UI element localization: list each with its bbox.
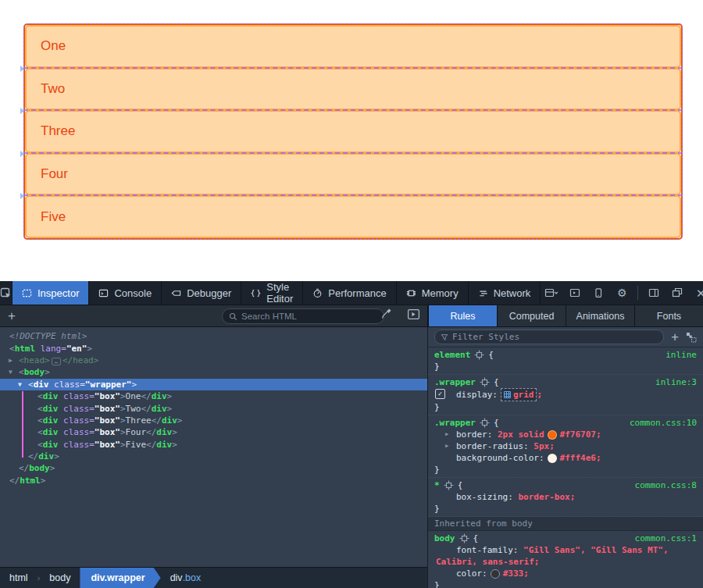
breadcrumb-div-box[interactable]: div.box xyxy=(161,568,211,588)
rule-universal[interactable]: *{common.css:8 box-sizing: border-box; } xyxy=(428,478,703,517)
performance-icon xyxy=(312,288,323,298)
filter-styles-input[interactable]: Filter Styles xyxy=(434,330,664,344)
rule-source-link[interactable]: inline:3 xyxy=(655,376,697,388)
eyedropper-button[interactable] xyxy=(380,308,393,323)
markup-line[interactable]: <div class="box">One</div> xyxy=(0,390,427,402)
markup-line[interactable]: <div class="box">Five</div> xyxy=(0,439,427,451)
markup-line[interactable]: <html lang="en"> xyxy=(0,342,427,354)
markup-token: > xyxy=(167,391,173,401)
add-rule-icon[interactable]: + xyxy=(671,331,679,344)
grid-toggle-icon[interactable] xyxy=(504,391,511,398)
print-simulation-button[interactable] xyxy=(407,308,420,324)
grid-line-marker xyxy=(20,66,24,72)
twisty-icon[interactable]: ▶ xyxy=(9,357,12,364)
markup-line[interactable]: <div class="box">Four</div> xyxy=(0,426,427,438)
rule-source-link[interactable]: common.css:10 xyxy=(630,417,697,429)
tab-rules[interactable]: Rules xyxy=(428,305,497,326)
declaration-border-radius[interactable]: ▶ border-radius: 5px; xyxy=(428,440,703,452)
markup-token: "box" xyxy=(95,404,120,414)
responsive-mode-button[interactable] xyxy=(587,281,609,305)
pick-element-button[interactable] xyxy=(0,281,12,305)
declaration-checkbox[interactable]: ✓ xyxy=(435,389,445,399)
markup-line[interactable]: </html> xyxy=(0,475,427,486)
rule-element[interactable]: element{inline } xyxy=(428,347,703,375)
declaration-display[interactable]: ✓ display: grid ; xyxy=(428,388,703,401)
selector-target-icon[interactable] xyxy=(474,350,484,360)
expand-arrow-icon[interactable]: ▶ xyxy=(445,429,448,440)
open-brace: { xyxy=(488,349,494,361)
iframe-picker-button[interactable] xyxy=(541,281,562,305)
tab-computed[interactable]: Computed xyxy=(497,305,566,326)
markup-token: div xyxy=(34,380,49,390)
color-swatch[interactable] xyxy=(548,454,557,463)
declaration-border[interactable]: ▶ border: 2px solid #f76707; xyxy=(428,429,703,440)
close-devtools-button[interactable]: ✕ xyxy=(690,281,703,305)
tab-network[interactable]: Network xyxy=(469,281,541,305)
rules-panel: Filter Styles + element{inline } xyxy=(428,327,703,588)
breadcrumb-html[interactable]: html xyxy=(0,568,37,588)
close-brace: } xyxy=(434,401,440,413)
breadcrumb-body[interactable]: body xyxy=(40,568,80,588)
inherited-header: Inherited from body xyxy=(428,517,703,531)
dock-side-button[interactable] xyxy=(643,281,665,305)
markup-line[interactable]: ▼<div class="wrapper"> xyxy=(0,379,427,390)
selector-target-icon[interactable] xyxy=(480,418,490,428)
tab-debugger-label: Debugger xyxy=(187,287,231,299)
tab-memory-label: Memory xyxy=(422,287,459,299)
rule-source-link[interactable]: inline xyxy=(666,349,697,361)
toolbar-icon-group: ⚙ ✕ xyxy=(541,281,703,305)
devtools-tabbar: Inspector Console Debugger Style Editor xyxy=(0,281,703,305)
rule-source-link[interactable]: common.css:1 xyxy=(635,533,697,544)
color-swatch[interactable] xyxy=(491,569,500,579)
declaration-font-family[interactable]: font-family: "Gill Sans", "Gill Sans MT"… xyxy=(428,544,703,556)
expand-arrow-icon[interactable]: ▶ xyxy=(445,440,448,452)
rule-wrapper-common[interactable]: .wrapper{common.css:10 ▶ border: 2px sol… xyxy=(428,415,703,478)
markup-token: "en" xyxy=(66,344,87,354)
rule-wrapper-inline[interactable]: .wrapper{inline:3 ✓ display: grid ; } xyxy=(428,375,703,415)
markup-line[interactable]: ▶<head>…</head> xyxy=(0,355,427,366)
twisty-icon[interactable]: ▼ xyxy=(9,369,12,376)
tab-animations[interactable]: Animations xyxy=(566,305,634,326)
breadcrumb-div-wrapper[interactable]: div.wrapper xyxy=(80,568,160,588)
selector-target-icon[interactable] xyxy=(444,480,454,490)
breadcrumb-body-label: body xyxy=(49,572,70,583)
rule-body[interactable]: body{common.css:1 font-family: "Gill San… xyxy=(428,531,703,588)
markup-token: div xyxy=(152,404,167,414)
markup-line[interactable]: <!DOCTYPE html> xyxy=(0,330,427,342)
pseudo-class-icon[interactable] xyxy=(686,332,697,343)
markup-line[interactable]: ▼<body> xyxy=(0,366,427,378)
add-node-icon[interactable]: + xyxy=(8,309,16,323)
selector-target-icon[interactable] xyxy=(459,533,469,543)
tab-style-editor[interactable]: Style Editor xyxy=(241,281,303,305)
property-value: 5px; xyxy=(533,440,555,452)
tab-inspector[interactable]: Inspector xyxy=(12,281,89,305)
separate-window-button[interactable] xyxy=(666,281,688,305)
grid-value-chip[interactable]: grid xyxy=(501,388,537,401)
search-html-input[interactable]: Search HTML xyxy=(222,308,384,324)
declaration-background-color[interactable]: background-color: #fff4e6; xyxy=(428,452,703,464)
tab-fonts[interactable]: Fonts xyxy=(634,305,703,326)
markup-line[interactable]: </body> xyxy=(0,462,427,474)
rule-source-link[interactable]: common.css:8 xyxy=(635,479,697,491)
tab-debugger[interactable]: Debugger xyxy=(162,281,241,305)
markup-line[interactable]: <div class="box">Three</div> xyxy=(0,415,427,426)
declaration-box-sizing[interactable]: box-sizing: border-box; xyxy=(428,491,703,503)
declaration-color[interactable]: color: #333; xyxy=(428,568,703,579)
tab-memory[interactable]: Memory xyxy=(397,281,469,305)
close-brace: } xyxy=(434,361,440,372)
twisty-icon[interactable]: ▼ xyxy=(18,381,22,388)
markup-line[interactable]: <div class="box">Two</div> xyxy=(0,402,427,414)
tab-console[interactable]: Console xyxy=(89,281,162,305)
settings-button[interactable]: ⚙ xyxy=(611,281,633,305)
markup-token: < xyxy=(37,415,43,426)
grid-box: One xyxy=(25,25,681,68)
tab-performance[interactable]: Performance xyxy=(303,281,396,305)
markup-token: > xyxy=(120,427,126,437)
color-swatch[interactable] xyxy=(548,430,557,440)
split-console-button[interactable] xyxy=(564,281,586,305)
selector-target-icon[interactable] xyxy=(480,377,490,387)
settings-gear-icon: ⚙ xyxy=(617,287,627,298)
markup-token: Two xyxy=(126,404,141,414)
markup-token: > xyxy=(41,476,46,486)
markup-line[interactable]: </div> xyxy=(0,451,427,462)
